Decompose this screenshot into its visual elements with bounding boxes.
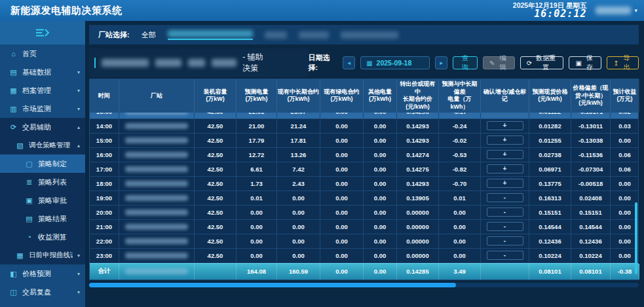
column-header: 转出价或现有中 长期合约价 (元/kWh) [397, 79, 439, 113]
toolbar-row: - 辅助决策 日期选择: ◂ ▦ 2025-09-18 ▸ 查询✎编辑⟳数据重置… [89, 54, 639, 72]
mark-toggle[interactable]: + [487, 113, 523, 117]
sidebar-item-basic-data[interactable]: ▤基础数据▾ [0, 63, 85, 81]
sidebar-item-price-forecast[interactable]: ◧价格预测▾ [0, 264, 85, 283]
mark-toggle[interactable]: - [487, 251, 523, 260]
export-icon: ↥ [613, 60, 618, 67]
cell-time: 19:00 [90, 191, 119, 206]
cell-mlt: 0.00 [277, 206, 320, 220]
sidebar-item-trade-review[interactable]: ◫交易复盘▾ [0, 283, 85, 301]
sidebar-item-strategy-make[interactable]: ▢策略制定 [0, 154, 85, 173]
table-row[interactable]: 20:0042.500.000.000.000.000.000000.00-0.… [90, 206, 638, 220]
mark-toggle[interactable]: - [487, 208, 523, 217]
cell-capacity: 42.50 [195, 148, 237, 162]
cell-deviation: -0.82 [439, 162, 481, 177]
cell-mlt: 0.00 [277, 220, 320, 234]
table-row[interactable]: 14:0042.5021.0021.240.000.000.14293-0.24… [90, 119, 638, 134]
mark-toggle[interactable]: + [487, 164, 523, 173]
title-text-redacted [102, 59, 149, 67]
sidebar-item-day-ahead-curve[interactable]: ▦日前申报曲线调整▾ [0, 246, 85, 264]
prev-day-button[interactable]: ◂ [343, 56, 355, 69]
data-icon: ▤ [9, 68, 18, 77]
total-cell-deviation: 3.49 [439, 264, 481, 280]
trade-icon: ⟳ [9, 123, 18, 132]
table-row[interactable]: 13:0042.5022.9123.070.000.000.14293-0.17… [90, 113, 638, 119]
mark-toggle[interactable]: + [487, 121, 523, 130]
sidebar-item-trade-assist[interactable]: ⟳交易辅助▴ [0, 118, 85, 136]
sidebar-item-strategy-result[interactable]: ▤策略结果 [0, 209, 85, 228]
cell-station [119, 113, 195, 119]
sidebar-item-strategy-list[interactable]: ≣策略列表 [0, 173, 85, 191]
mark-toggle[interactable]: - [487, 193, 523, 202]
cell-capacity: 42.50 [195, 249, 237, 263]
cell-other: 0.00 [364, 148, 397, 162]
sidebar-item-archive-mgmt[interactable]: ▦档案管理▾ [0, 81, 85, 99]
station-name-redacted [341, 31, 398, 39]
table-row[interactable]: 17:0042.506.617.420.000.000.14275-0.82+0… [90, 162, 638, 177]
table-row[interactable]: 16:0042.5012.7213.260.000.000.14274-0.53… [90, 148, 638, 162]
cell-station [119, 177, 195, 191]
cell-other: 0.00 [364, 234, 397, 249]
mark-toggle[interactable]: + [487, 179, 523, 188]
cell-out_price: 0.14275 [397, 162, 439, 177]
sidebar-item-market-monitor[interactable]: ▥市场监测▾ [0, 99, 85, 118]
cell-out_price: 0.00000 [397, 206, 439, 220]
sidebar-item-strategy-approve[interactable]: ▣策略审批 [0, 191, 85, 209]
table-row[interactable]: 21:0042.500.000.000.000.000.000000.00-0.… [90, 220, 638, 234]
cell-price_dev: 0.10224 [571, 249, 611, 263]
mark-toggle[interactable]: + [487, 135, 523, 145]
mark-toggle[interactable]: - [487, 236, 523, 245]
calc-icon: ◔ [25, 233, 33, 241]
table-row[interactable]: 19:0042.500.010.000.000.000.139050.01-0.… [90, 191, 638, 206]
reset-button[interactable]: ⟳数据重置 [520, 56, 564, 69]
cell-green: 0.00 [320, 148, 364, 162]
user-menu[interactable]: ▾ [596, 7, 637, 14]
sidebar-item-home[interactable]: ⌂首页 [0, 45, 85, 63]
cell-forecast: 0.00 [237, 206, 277, 220]
cell-green: 0.00 [320, 191, 364, 206]
mark-toggle[interactable]: - [487, 222, 523, 231]
vertical-scrollbar[interactable] [635, 202, 637, 274]
next-day-button[interactable]: ▸ [435, 56, 447, 69]
horizontal-scrollbar-track[interactable] [89, 283, 639, 287]
station-option[interactable] [265, 31, 287, 39]
column-header: 价格偏差（现 货-中长期） (元/kWh) [571, 79, 611, 113]
cell-deviation: 0.00 [439, 234, 481, 249]
station-option[interactable] [299, 31, 329, 39]
station-option[interactable] [341, 31, 398, 39]
station-name-redacted [125, 123, 188, 129]
station-name-redacted [125, 166, 188, 172]
save-button-label: 保存 [584, 54, 595, 72]
sidebar-collapse-button[interactable] [0, 21, 85, 45]
datetime-display: 2025年12月19日 星期五 16:02:12 [513, 2, 587, 20]
sidebar-item-income-calc[interactable]: ◔收益测算 [0, 228, 85, 246]
cell-forecast: 6.61 [237, 162, 277, 177]
date-value: 2025-09-18 [377, 59, 412, 67]
sidebar-item-label: 收益测算 [38, 232, 67, 242]
station-name-redacted [125, 238, 188, 244]
cell-station [119, 206, 195, 220]
edit-button[interactable]: ✎编辑 [483, 56, 515, 69]
cell-forecast: 17.79 [237, 134, 277, 148]
export-button[interactable]: ↥导出 [607, 56, 639, 69]
horizontal-scrollbar-thumb[interactable] [89, 283, 456, 287]
table-row[interactable]: 18:0042.501.732.430.000.000.14293-0.70+0… [90, 177, 638, 191]
sidebar-item-label: 市场监测 [22, 104, 51, 114]
table-row[interactable]: 15:0042.5017.7917.810.000.000.14293-0.02… [90, 134, 638, 148]
table-row[interactable]: 22:0042.500.000.000.000.000.000000.00-0.… [90, 234, 638, 249]
sidebar-item-label: 基础数据 [22, 67, 51, 77]
date-input[interactable]: ▦ 2025-09-18 [360, 56, 430, 69]
cell-capacity: 42.50 [195, 191, 237, 206]
sidebar-item-position-strategy[interactable]: ▧调仓策略管理▴ [0, 136, 85, 154]
station-option-all[interactable]: 全部 [142, 30, 156, 40]
total-cell-other: 0.00 [364, 264, 397, 280]
cell-out_price: 0.14293 [397, 113, 439, 119]
mark-toggle[interactable]: + [487, 150, 523, 159]
cell-deviation: 0.00 [439, 220, 481, 234]
query-button[interactable]: 查询 [453, 56, 478, 69]
station-name-redacted [125, 268, 188, 274]
column-header: 厂站 [119, 79, 195, 113]
save-button[interactable]: ▣保存 [569, 56, 601, 69]
station-option[interactable] [168, 30, 253, 40]
table-row[interactable]: 23:0042.500.000.000.000.000.000000.00-0.… [90, 249, 638, 263]
title-redacted [102, 59, 237, 67]
